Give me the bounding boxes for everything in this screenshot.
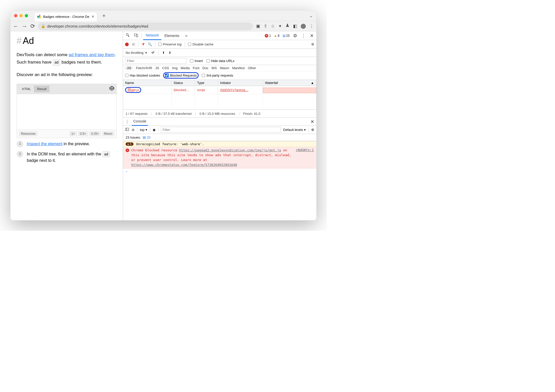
minimize-window-button[interactable] [19,14,23,17]
reload-button[interactable]: ⟳ [30,23,35,30]
back-button[interactable]: ← [13,23,19,30]
chip-other[interactable]: Other [248,66,256,70]
codepen-preview[interactable] [17,94,116,130]
paragraph-2: Discover an ad in the following preview: [17,71,117,79]
learn-more-link[interactable]: https://www.chromestatus.com/feature/573… [131,163,237,167]
console-sidebar-icon[interactable] [125,127,129,132]
error-count[interactable]: ✕1 [264,34,272,38]
tab-elements[interactable]: Elements [162,31,182,40]
filter-icon[interactable]: ⧩ [141,42,145,47]
upload-har-icon[interactable]: ⬆ [162,51,165,55]
console-more-icon[interactable]: ⋮ [125,119,129,124]
col-waterfall[interactable]: Waterfall▲ [263,80,316,86]
browser-tab[interactable]: Badges reference - Chrome De ✕ [34,12,97,21]
console-close-icon[interactable]: ✕ [310,119,314,125]
lock-icon[interactable]: 🔒 [41,24,45,28]
devtools-more-icon[interactable]: ⋮ [300,33,307,39]
network-settings-icon[interactable]: ⚙ [311,42,314,46]
console-context-select[interactable]: top ▾ [140,128,147,132]
col-initiator[interactable]: Initiator [218,80,263,86]
codepen-embed: HTML Result Resources 1× 0.5× 0.25× Reru… [17,84,117,138]
chip-wasm[interactable]: Wasm [220,66,229,70]
devtools-close-icon[interactable]: ✕ [308,33,315,39]
network-conditions-icon[interactable] [151,50,155,55]
has-blocked-cookies-checkbox[interactable]: Has blocked cookies [125,74,160,77]
step-num-1: 1 [17,141,23,147]
codepen-logo-icon[interactable] [109,86,114,92]
console-clear-icon[interactable]: ⊘ [132,128,135,132]
blocked-url-link[interactable]: https://pagead2.googlesyndication.com/ta… [179,148,281,152]
chip-manifest[interactable]: Manifest [232,66,245,70]
cp-resources[interactable]: Resources [19,131,38,136]
waterfall-bar [263,88,316,93]
more-menu-icon[interactable]: ⋮ [309,23,314,29]
record-button[interactable] [125,43,129,46]
side-panel-icon[interactable]: ◧ [293,23,297,29]
chip-fetch[interactable]: Fetch/XHR [136,66,152,70]
star-icon[interactable]: ☆ [271,23,275,29]
maximize-window-button[interactable] [25,14,28,17]
col-type[interactable]: Type [195,80,218,86]
profile-avatar[interactable] [301,24,306,29]
forward-button[interactable]: → [22,23,27,30]
cp-025x[interactable]: 0.25× [89,131,101,136]
labs-icon[interactable] [285,23,289,29]
chip-doc[interactable]: Doc [202,66,208,70]
throttling-select[interactable]: No throttling ▾ [126,51,147,55]
chip-css[interactable]: CSS [162,66,169,70]
console-prompt[interactable]: › [123,168,316,174]
warning-count-badge: ▸ 5 [126,142,134,146]
share-icon[interactable]: ⇧ [264,23,267,29]
preserve-log-checkbox[interactable]: Preserve log [158,42,182,46]
codepen-tab-html[interactable]: HTML [19,85,34,92]
network-row[interactable]: gpt.js (blocked… script rNdGNYx?anima… [123,86,316,94]
hide-data-urls-checkbox[interactable]: Hide data URLs [207,59,235,63]
console-filter-input[interactable] [161,127,281,133]
col-name[interactable]: Name [123,80,172,86]
col-status[interactable]: Status [172,80,195,86]
blocked-requests-checkbox[interactable]: Blocked Requests [165,74,197,77]
console-levels-select[interactable]: Default levels ▾ [283,128,306,132]
chip-img[interactable]: Img [172,66,178,70]
chip-all[interactable]: All [125,66,133,70]
new-tab-button[interactable]: + [102,13,106,19]
url-bar[interactable]: 🔒 developer.chrome.com/docs/devtools/ele… [38,22,253,30]
console-settings-icon[interactable]: ⚙ [311,128,314,132]
clear-button[interactable]: ⊘ [132,42,135,47]
network-filter-input[interactable] [125,58,186,64]
screen-icon[interactable]: ▣ [256,23,260,29]
cp-1x[interactable]: 1× [69,131,77,136]
message-count[interactable]: ▤23 [282,34,291,38]
console-warning-row[interactable]: ▸ 5 Unrecognized feature: 'web-share'. [123,141,316,147]
ad-frames-link[interactable]: ad frames and tag them [69,52,115,57]
error-source-link[interactable]: rNdGNYx:1 [296,148,314,167]
chip-font[interactable]: Font [193,66,199,70]
tab-close-icon[interactable]: ✕ [91,15,94,19]
download-har-icon[interactable]: ⬇ [168,51,171,55]
search-icon[interactable]: 🔍 [148,42,152,46]
devtools-settings-icon[interactable]: ⚙ [292,33,299,39]
device-toolbar-icon[interactable] [132,33,140,38]
tabs-dropdown-icon[interactable]: ⌄ [309,13,313,18]
row-initiator[interactable]: rNdGNYx?anima… [218,87,263,93]
close-window-button[interactable] [14,14,17,17]
more-tabs-icon[interactable]: » [183,33,190,38]
third-party-checkbox[interactable]: 3rd-party requests [202,74,233,77]
codepen-tab-result[interactable]: Result [34,85,50,92]
cp-05x[interactable]: 0.5× [78,131,88,136]
warning-count[interactable]: ▲6 [273,34,281,38]
console-live-icon[interactable]: ◉ [153,128,155,132]
inspect-icon[interactable] [124,33,132,38]
disable-cache-checkbox[interactable]: Disable cache [188,42,213,46]
chip-ws[interactable]: WS [211,66,217,70]
inspect-element-link[interactable]: Inspect the element [27,142,63,146]
console-tab[interactable]: Console [132,118,148,126]
issues-count[interactable]: ▤ 23 [143,136,150,139]
invert-checkbox[interactable]: Invert [190,59,203,63]
cp-rerun[interactable]: Rerun [102,131,114,136]
chip-js[interactable]: JS [155,66,159,70]
chip-media[interactable]: Media [181,66,190,70]
extensions-icon[interactable]: ✦ [278,23,282,29]
console-error-row[interactable]: ✕ Chrome blocked resource https://pagead… [123,147,316,168]
tab-network[interactable]: Network [143,31,161,40]
